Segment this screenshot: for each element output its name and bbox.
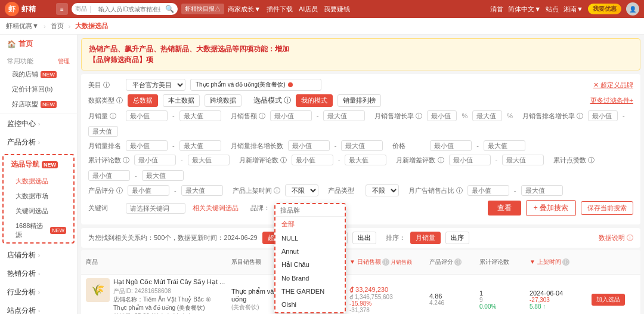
export-btn[interactable]: 出出 [352, 232, 376, 244]
breadcrumb-home[interactable]: 虾精优惠▼ [6, 21, 39, 30]
monthly-sales-min[interactable] [126, 110, 168, 121]
breadcrumb-home-link[interactable]: 首页 [51, 21, 64, 30]
sidebar-item-industry[interactable]: 行业分析 › [0, 283, 77, 301]
brand-option-the-garden[interactable]: THE GARDEN [275, 285, 345, 298]
datatype-cross-btn[interactable]: 跨境数据 [205, 94, 242, 107]
category-select[interactable]: 商品 [75, 5, 87, 13]
add-to-selection-btn-1[interactable]: 加入选品 [592, 294, 625, 306]
likes-min[interactable] [88, 170, 130, 181]
sidebar-item-home[interactable]: 🏠 首页 [0, 35, 77, 53]
brand-option-annut[interactable]: Annut [275, 245, 345, 258]
sidebar-item-big-data-market[interactable]: 大数据市场 [4, 189, 73, 204]
review-count-min[interactable] [134, 155, 176, 165]
countdown-btn[interactable]: 虾精快目报△ [181, 4, 224, 14]
brand-option-all[interactable]: 全部 [275, 217, 345, 232]
new-review-label: 月新增评论数 ⓘ [239, 156, 287, 165]
plugin-download-link[interactable]: 插件下载 [267, 5, 293, 14]
growth-rate-max[interactable] [472, 110, 502, 121]
ranking-min[interactable] [126, 140, 168, 151]
th-rating-info[interactable]: ⓘ [454, 258, 462, 266]
brand-dropdown-overlay: 全部 NULL Annut Hải Châu No Brand THE GARD… [274, 203, 346, 313]
mode-sales-btn[interactable]: 销量排列榜 [338, 94, 381, 107]
sidebar-item-1688[interactable]: 1688精选源 NEW [4, 218, 73, 242]
south-link[interactable]: 湘南▼ [564, 5, 583, 14]
sidebar-item-pricing[interactable]: 定价计算回(b) [0, 82, 77, 97]
sidebar-item-hot-sale[interactable]: 热销分析 › [0, 264, 77, 283]
sort-order-btn[interactable]: 出序 [445, 232, 469, 244]
top-search-input[interactable] [94, 3, 165, 15]
th-total-revenue-info[interactable]: ⓘ [382, 258, 389, 266]
message-link[interactable]: 消首 [490, 5, 503, 14]
industry-chevron: › [38, 290, 40, 295]
advanced-filter-btn[interactable]: 更多过滤条件+ [590, 96, 633, 105]
top-search-icon[interactable]: 🔍 [165, 5, 174, 13]
sidebar-item-my-store[interactable]: 我的店铺 NEW [0, 67, 77, 82]
category-type-select[interactable]: 平台官方美目 [126, 79, 185, 91]
ad-percent-max[interactable] [521, 185, 563, 196]
sidebar-item-shopee[interactable]: 好店联盟 NEW [0, 97, 77, 112]
search-button[interactable]: 查看 [488, 201, 521, 216]
brand-option-hai-chau[interactable]: Hải Châu [275, 258, 345, 272]
sort-monthly-sales-btn[interactable]: 月销量 [410, 232, 441, 244]
avatar[interactable]: 👤 [626, 2, 639, 16]
brand-option-no-brand[interactable]: No Brand [275, 272, 345, 285]
th-date-info[interactable]: ⓘ [562, 258, 569, 266]
logo-area: 虾 虾精 [5, 2, 52, 16]
site-link[interactable]: 站点 [546, 5, 559, 14]
ai-assistant-link[interactable]: AI店员 [299, 5, 318, 14]
monthly-sales-max[interactable] [179, 110, 221, 121]
sidebar-item-product-analysis[interactable]: 产品分析 › [0, 133, 77, 152]
ranking-max[interactable] [179, 140, 221, 151]
sidebar-manage-btn[interactable]: 管理 [58, 57, 70, 66]
monthly-revenue-min[interactable] [270, 110, 312, 121]
save-mode-button[interactable]: 保存当前搜索 [581, 201, 633, 215]
merchant-growth-link[interactable]: 商家成长▼ [228, 5, 261, 14]
price-max[interactable] [484, 140, 525, 151]
sidebar-item-watch-products[interactable]: 关键词选品 [4, 204, 73, 218]
datatype-total-btn[interactable]: 总数据 [128, 94, 158, 107]
new-review-min[interactable] [292, 155, 333, 165]
product-type-select[interactable]: 不限 [366, 184, 399, 196]
brand-option-oishi[interactable]: Oishi [275, 298, 345, 311]
language-select[interactable]: 简体中文▼ [508, 5, 541, 14]
monthly-revenue-max[interactable] [323, 110, 365, 121]
ranking-growth-min[interactable] [288, 140, 330, 151]
review-count-max[interactable] [188, 155, 230, 165]
breadcrumb-sep-1: › [44, 23, 46, 30]
ranking-growth-max[interactable] [341, 140, 383, 151]
vip-button[interactable]: 我要优惠 [588, 4, 621, 14]
sidebar-item-site[interactable]: 站点分析 › [0, 301, 77, 314]
likes-max[interactable] [142, 170, 184, 181]
menu-toggle-icon[interactable]: ≡ [56, 3, 68, 15]
sidebar-item-store-analysis[interactable]: 店铺分析 › [0, 246, 77, 264]
rating-min[interactable] [128, 185, 169, 196]
keyword-input[interactable] [126, 203, 185, 214]
data-explain-link[interactable]: 数据说明 ⓘ [599, 233, 633, 242]
growth-rate-min[interactable] [427, 110, 457, 121]
sidebar-item-big-data-selection[interactable]: 大数据选品 [4, 174, 73, 189]
earn-money-link[interactable]: 我要赚钱 [324, 5, 350, 14]
add-search-button[interactable]: + 叠加搜索 [526, 200, 576, 216]
define-brand-btn[interactable]: ✕ 超定义品牌 [593, 81, 633, 90]
new-review-max[interactable] [345, 155, 386, 165]
rating-max[interactable] [181, 185, 223, 196]
brand-option-null[interactable]: NULL [275, 232, 345, 245]
revenue-growth-max[interactable] [88, 126, 118, 137]
bad-review-min[interactable] [449, 155, 491, 165]
listing-time-select[interactable]: 不限 [285, 184, 318, 196]
revenue-growth-min[interactable] [588, 110, 618, 121]
total-revenue-val-1: ₫ 33,249,230 [349, 286, 427, 294]
sidebar-item-monitor[interactable]: 监控中心 › [0, 115, 77, 133]
sidebar-item-selection-nav[interactable]: 选品导航 NEW [4, 155, 73, 174]
brand-dropdown-search[interactable] [275, 204, 345, 217]
mode-my-btn[interactable]: 我的模式 [296, 94, 333, 107]
related-keyword-btn[interactable]: 相关关键词选品 [193, 204, 239, 213]
price-min[interactable] [430, 140, 472, 151]
ad-percent-min[interactable] [467, 185, 509, 196]
datatype-local-btn[interactable]: 本土数据 [163, 94, 200, 107]
bad-review-max[interactable] [502, 155, 544, 165]
brand-option-hang-dai[interactable]: Hàng Đại [275, 311, 345, 312]
product-rating-label: 产品评分 ⓘ [88, 186, 123, 195]
ranking-label: 月销量排名 [88, 141, 121, 150]
growth-rate-label: 月销售增长率 ⓘ [374, 112, 422, 121]
